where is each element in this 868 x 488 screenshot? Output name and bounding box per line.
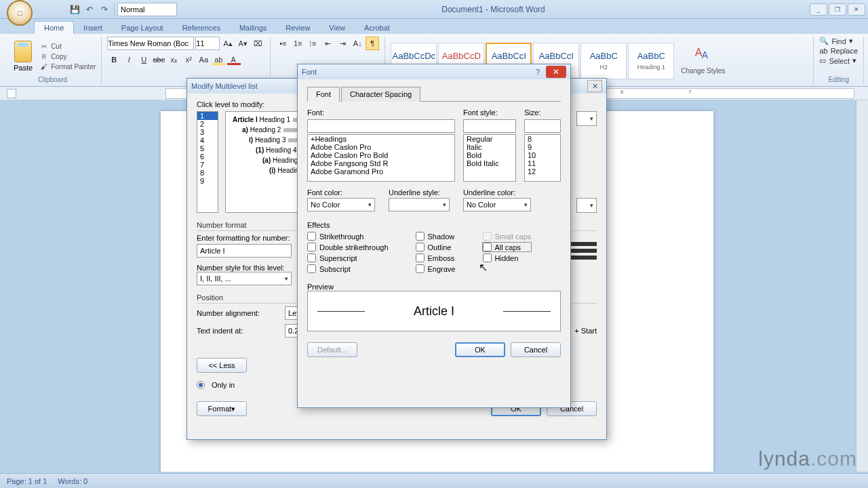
- find-button[interactable]: 🔍Find ▾: [819, 37, 858, 45]
- vertical-scrollbar[interactable]: [856, 100, 868, 472]
- tab-character-spacing[interactable]: Character Spacing: [341, 87, 420, 102]
- chk-engrave[interactable]: Engrave: [416, 264, 456, 273]
- qat-redo-icon[interactable]: ↷: [98, 3, 111, 16]
- title-bar: ▢ 💾 ↶ ↷ Document1 - Microsoft Word _ ❐ ✕: [0, 0, 868, 19]
- qat-style-select[interactable]: [117, 3, 177, 16]
- underline-color-label: Underline color:: [463, 188, 531, 197]
- chk-superscript[interactable]: Superscript: [307, 253, 389, 262]
- superscript-button[interactable]: x²: [182, 53, 195, 66]
- font-color-button[interactable]: A: [226, 53, 240, 66]
- shrink-font-button[interactable]: A▾: [236, 37, 250, 50]
- chk-all-caps[interactable]: All caps: [483, 243, 532, 251]
- indent-inc-button[interactable]: ⇥: [336, 37, 349, 50]
- font-input[interactable]: [307, 119, 455, 133]
- clear-format-button[interactable]: ⌧: [251, 37, 264, 50]
- multilevel-close-icon[interactable]: ✕: [587, 80, 602, 92]
- font-color-combo[interactable]: No Color: [307, 198, 375, 211]
- tab-home[interactable]: Home: [34, 21, 74, 34]
- chk-hidden[interactable]: Hidden: [483, 253, 532, 262]
- font-style-listbox[interactable]: Regular Italic Bold Bold Italic: [463, 134, 516, 182]
- number-format-input[interactable]: [197, 244, 292, 258]
- underline-color-combo[interactable]: No Color: [463, 198, 531, 211]
- chk-strikethrough[interactable]: Strikethrough: [307, 232, 389, 241]
- qat-undo-icon[interactable]: ↶: [83, 3, 96, 16]
- highlight-button[interactable]: ab: [212, 53, 225, 66]
- paste-button[interactable]: Paste: [9, 39, 37, 73]
- text-indent-label: Text indent at:: [197, 327, 278, 335]
- font-listbox[interactable]: +Headings Adobe Caslon Pro Adobe Caslon …: [307, 134, 455, 182]
- size-listbox[interactable]: 8 9 10 11 12: [524, 134, 561, 182]
- chk-shadow[interactable]: Shadow: [416, 232, 456, 241]
- maximize-button[interactable]: ❐: [829, 3, 846, 16]
- tab-selector[interactable]: [7, 89, 16, 98]
- font-dialog-close-icon[interactable]: ✕: [546, 66, 566, 78]
- apply-changes-combo[interactable]: [576, 111, 597, 126]
- underline-button[interactable]: U: [137, 53, 151, 66]
- less-button[interactable]: << Less: [197, 358, 247, 373]
- italic-button[interactable]: I: [122, 53, 136, 66]
- group-editing-title: Editing: [819, 76, 858, 85]
- font-preview: Article I: [307, 291, 561, 331]
- underline-style-combo[interactable]: [389, 198, 450, 211]
- change-styles-button[interactable]: Change Styles: [677, 47, 729, 75]
- sort-button[interactable]: A↓: [351, 37, 364, 50]
- tab-font-tab[interactable]: Font: [307, 87, 340, 102]
- tab-acrobat[interactable]: Acrobat: [355, 22, 399, 34]
- status-page[interactable]: Page: 1 of 1: [7, 477, 47, 485]
- scissors-icon: ✂: [39, 41, 49, 51]
- tab-view[interactable]: View: [319, 22, 355, 34]
- tab-review[interactable]: Review: [276, 22, 319, 34]
- copy-icon: ⎘: [39, 52, 49, 61]
- font-name-combo[interactable]: [107, 37, 194, 50]
- font-cancel-button[interactable]: Cancel: [511, 342, 561, 357]
- tab-insert[interactable]: Insert: [74, 22, 112, 34]
- copy-button[interactable]: ⎘Copy: [39, 52, 96, 61]
- font-dialog-help-icon[interactable]: ?: [531, 66, 545, 78]
- level-listbox[interactable]: 1 2 3 4 5 6 7 8 9: [197, 111, 218, 213]
- font-size-combo[interactable]: [195, 37, 220, 50]
- only-in-radio[interactable]: [197, 381, 205, 389]
- format-painter-button[interactable]: 🖌Format Painter: [39, 62, 96, 71]
- tab-mailings[interactable]: Mailings: [230, 22, 276, 34]
- multilevel-button[interactable]: ⁝≡: [306, 37, 319, 50]
- indent-dec-button[interactable]: ⇤: [321, 37, 334, 50]
- style-item[interactable]: AaBbCHeading 1: [628, 43, 674, 79]
- dialog-title: Modify Multilevel list: [191, 82, 258, 90]
- ribbon-tabs: Home Insert Page Layout References Maili…: [0, 19, 868, 34]
- font-label: Font:: [307, 108, 455, 117]
- style-item[interactable]: AaBbCH2: [580, 43, 627, 79]
- show-marks-button[interactable]: ¶: [366, 37, 379, 50]
- close-button[interactable]: ✕: [848, 3, 865, 16]
- chk-double-strike[interactable]: Double strikethrough: [307, 243, 389, 251]
- status-words[interactable]: Words: 0: [58, 477, 87, 485]
- number-style-combo[interactable]: I, II, III, ...: [197, 272, 292, 285]
- select-button[interactable]: ▭Select ▾: [819, 56, 858, 65]
- number-alignment-label: Number alignment:: [197, 309, 278, 317]
- font-style-input[interactable]: [463, 119, 516, 133]
- effects-header: Effects: [307, 221, 561, 229]
- numbering-button[interactable]: 1≡: [291, 37, 304, 50]
- strike-button[interactable]: abc: [152, 53, 165, 66]
- subscript-button[interactable]: x₂: [167, 53, 180, 66]
- change-case-button[interactable]: Aa: [197, 53, 210, 66]
- default-button[interactable]: Default...: [307, 342, 357, 357]
- grow-font-button[interactable]: A▴: [221, 37, 235, 50]
- chk-outline[interactable]: Outline: [416, 243, 456, 251]
- font-ok-button[interactable]: OK: [455, 342, 505, 357]
- bold-button[interactable]: B: [107, 53, 121, 66]
- minimize-button[interactable]: _: [810, 3, 827, 16]
- tab-references[interactable]: References: [173, 22, 230, 34]
- size-input[interactable]: [524, 119, 561, 133]
- font-style-label: Font style:: [463, 108, 516, 117]
- tab-page-layout[interactable]: Page Layout: [112, 22, 173, 34]
- cut-button[interactable]: ✂Cut: [39, 41, 96, 51]
- replace-button[interactable]: abReplace: [819, 47, 858, 55]
- link-level-combo[interactable]: [576, 198, 597, 213]
- change-styles-icon: [694, 47, 713, 66]
- format-dropdown-button[interactable]: Format ▾: [197, 401, 247, 416]
- bullets-button[interactable]: •≡: [276, 37, 290, 50]
- chk-subscript[interactable]: Subscript: [307, 264, 389, 273]
- chk-emboss[interactable]: Emboss: [416, 253, 456, 262]
- office-button[interactable]: ▢: [7, 0, 33, 26]
- qat-save-icon[interactable]: 💾: [68, 3, 81, 16]
